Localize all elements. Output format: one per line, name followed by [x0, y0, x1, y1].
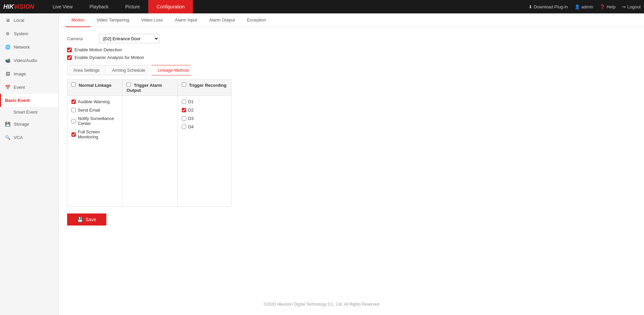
send-email-label: Send Email	[78, 108, 100, 113]
rec-d3-label: D3	[188, 116, 194, 121]
enable-dynamic-label: Enable Dynamic Analysis for Motion	[74, 55, 144, 60]
camera-row: Camera [D2] Entrance Door [D1] Front [D3…	[67, 34, 636, 43]
sidebar-item-local[interactable]: 🖥 Local	[0, 13, 58, 27]
sidebar-item-smart-event[interactable]: Smart Event	[0, 107, 58, 117]
nav-right: ⬇ Download Plug-in 👤 admin ❓ Help ↪ Logo…	[529, 4, 641, 9]
enable-dynamic-checkbox[interactable]	[67, 55, 72, 60]
notify-surveillance-label: Notify Surveillance Center	[78, 116, 118, 126]
download-plugin-button[interactable]: ⬇ Download Plug-in	[529, 4, 568, 9]
top-navigation: HIKVISION Live View Playback Picture Con…	[0, 0, 644, 13]
admin-menu[interactable]: 👤 admin	[575, 4, 593, 9]
linkage-table: Normal Linkage Trigger Alarm Output Trig…	[67, 79, 231, 207]
sub-tabs: Area Settings Arming Schedule Linkage Me…	[67, 65, 636, 75]
main-tabs: Motion Video Tampering Video Loss Alarm …	[59, 13, 644, 27]
linkage-item-full-screen: Full Screen Monitoring	[71, 129, 118, 139]
header-trigger-recording: Trigger Recording	[178, 80, 231, 96]
sidebar-item-network[interactable]: 🌐 Network	[0, 40, 58, 54]
local-icon: 🖥	[5, 17, 10, 23]
enable-motion-row: Enable Motion Detection	[67, 47, 636, 52]
tab-exception[interactable]: Exception	[241, 13, 272, 27]
audible-warning-checkbox[interactable]	[71, 100, 76, 104]
help-icon: ❓	[600, 4, 605, 9]
rec-d2-checkbox[interactable]	[182, 108, 186, 112]
save-icon: 💾	[77, 217, 83, 222]
rec-d2-label: D2	[188, 108, 194, 113]
content-area: Camera [D2] Entrance Door [D1] Front [D3…	[59, 27, 644, 232]
linkage-item-d1: D1	[182, 99, 227, 104]
video-icon: 📹	[5, 58, 10, 63]
linkage-item-send-email: Send Email	[71, 108, 118, 113]
rec-d4-label: D4	[188, 124, 194, 129]
header-trigger-alarm: Trigger Alarm Output	[122, 80, 177, 96]
sidebar-item-system[interactable]: ⚙ System	[0, 27, 58, 40]
main-layout: 🖥 Local ⚙ System 🌐 Network 📹 Video/Audio…	[0, 13, 644, 315]
user-icon: 👤	[575, 4, 580, 9]
nav-items: Live View Playback Picture Configuration	[44, 0, 529, 13]
camera-label: Camera	[67, 36, 94, 41]
main-content: Motion Video Tampering Video Loss Alarm …	[59, 13, 644, 315]
rec-d1-label: D1	[188, 99, 194, 104]
footer: ©2020 Hikvision Digital Technology Co., …	[59, 297, 644, 312]
rec-d1-checkbox[interactable]	[182, 100, 186, 104]
rec-d3-checkbox[interactable]	[182, 116, 186, 121]
camera-select[interactable]: [D2] Entrance Door [D1] Front [D3] Rear …	[99, 34, 159, 43]
sidebar-item-video-audio[interactable]: 📹 Video/Audio	[0, 54, 58, 67]
header-normal-linkage: Normal Linkage	[67, 80, 122, 96]
linkage-item-d3: D3	[182, 116, 227, 121]
nav-playback[interactable]: Playback	[81, 0, 117, 13]
nav-configuration[interactable]: Configuration	[148, 0, 193, 13]
sidebar-item-vca[interactable]: 🔍 VCA	[0, 131, 58, 144]
enable-motion-checkbox[interactable]	[67, 48, 72, 52]
enable-dynamic-row: Enable Dynamic Analysis for Motion	[67, 55, 636, 60]
trigger-alarm-section	[122, 96, 177, 206]
full-screen-checkbox[interactable]	[71, 132, 76, 137]
nav-live-view[interactable]: Live View	[44, 0, 81, 13]
subtab-linkage-method[interactable]: Linkage Method	[151, 65, 195, 75]
tab-motion[interactable]: Motion	[65, 13, 91, 27]
vca-icon: 🔍	[5, 135, 10, 140]
help-button[interactable]: ❓ Help	[600, 4, 615, 9]
sidebar-item-storage[interactable]: 💾 Storage	[0, 117, 58, 131]
subtab-area-settings[interactable]: Area Settings	[67, 65, 106, 75]
logo: HIKVISION	[3, 3, 34, 10]
linkage-item-audible-warning: Audible Warning	[71, 99, 118, 104]
event-icon: 📅	[5, 84, 10, 90]
save-button[interactable]: 💾 Save	[67, 213, 106, 226]
normal-linkage-section: Audible Warning Send Email Notify Survei…	[67, 96, 122, 206]
image-icon: 🖼	[5, 71, 10, 76]
logout-button[interactable]: ↪ Logout	[622, 4, 641, 9]
full-screen-label: Full Screen Monitoring	[78, 129, 118, 139]
enable-motion-label: Enable Motion Detection	[74, 47, 122, 52]
tab-alarm-input[interactable]: Alarm Input	[169, 13, 203, 27]
sidebar: 🖥 Local ⚙ System 🌐 Network 📹 Video/Audio…	[0, 13, 59, 315]
normal-linkage-header-checkbox[interactable]	[71, 82, 76, 87]
subtab-arming-schedule[interactable]: Arming Schedule	[106, 65, 152, 75]
linkage-table-body: Audible Warning Send Email Notify Survei…	[67, 96, 231, 206]
download-icon: ⬇	[529, 4, 532, 9]
tab-video-tampering[interactable]: Video Tampering	[91, 13, 135, 27]
linkage-item-notify-surveillance: Notify Surveillance Center	[71, 116, 118, 126]
tab-alarm-output[interactable]: Alarm Output	[203, 13, 241, 27]
storage-icon: 💾	[5, 121, 10, 127]
trigger-recording-header-checkbox[interactable]	[182, 82, 186, 87]
audible-warning-label: Audible Warning	[78, 99, 110, 104]
system-icon: ⚙	[5, 31, 10, 36]
trigger-recording-section: D1 D2 D3 D4	[178, 96, 231, 206]
linkage-table-header: Normal Linkage Trigger Alarm Output Trig…	[67, 80, 231, 96]
trigger-alarm-header-checkbox[interactable]	[126, 82, 131, 87]
send-email-checkbox[interactable]	[71, 108, 76, 112]
sidebar-item-image[interactable]: 🖼 Image	[0, 67, 58, 80]
rec-d4-checkbox[interactable]	[182, 125, 186, 129]
notify-surveillance-checkbox[interactable]	[71, 119, 76, 123]
nav-picture[interactable]: Picture	[117, 0, 149, 13]
network-icon: 🌐	[5, 44, 10, 50]
sidebar-item-event[interactable]: 📅 Event	[0, 80, 58, 94]
linkage-item-d2: D2	[182, 108, 227, 113]
linkage-item-d4: D4	[182, 124, 227, 129]
sidebar-item-basic-event[interactable]: Basic Event	[0, 94, 58, 107]
logout-icon: ↪	[622, 4, 626, 9]
tab-video-loss[interactable]: Video Loss	[135, 13, 169, 27]
